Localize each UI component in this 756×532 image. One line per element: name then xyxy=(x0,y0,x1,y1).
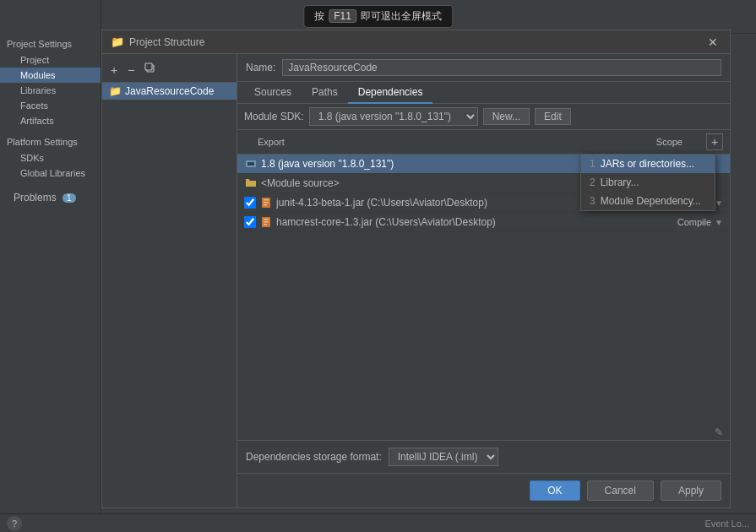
dialog-titlebar: 📁 Project Structure ✕ xyxy=(102,30,730,54)
help-button[interactable]: ? xyxy=(7,516,22,531)
jar-icon-hamcrest xyxy=(259,215,273,229)
dropdown-item-library[interactable]: 2 Library... xyxy=(581,173,715,192)
dropdown-item-jars[interactable]: 1 JARs or directories... xyxy=(581,155,715,173)
sidebar-item-facets-label: Facets xyxy=(20,100,48,111)
dialog-right-panel: Name: Sources Paths Dependencies Module … xyxy=(237,54,730,508)
copy-module-button[interactable] xyxy=(141,61,160,79)
tab-paths[interactable]: Paths xyxy=(302,82,348,104)
svg-rect-7 xyxy=(264,204,267,206)
svg-rect-10 xyxy=(264,221,269,223)
sidebar-item-modules-label: Modules xyxy=(20,70,56,80)
sidebar-item-modules[interactable]: Modules xyxy=(0,68,101,83)
sdk-select[interactable]: 1.8 (java version "1.8.0_131") xyxy=(309,107,478,126)
sidebar-item-problems[interactable]: Problems 1 xyxy=(0,189,101,206)
sidebar-item-artifacts-label: Artifacts xyxy=(20,116,54,126)
tab-paths-label: Paths xyxy=(312,86,338,98)
ok-button[interactable]: OK xyxy=(530,480,579,501)
sdk-edit-button[interactable]: Edit xyxy=(535,108,571,125)
sidebar-item-global-libraries[interactable]: Global Libraries xyxy=(0,166,101,181)
dep-scope-arrow-hamcrest[interactable]: ▼ xyxy=(715,218,723,227)
deps-header-scope: Scope xyxy=(639,137,706,147)
dropdown-item-jars-num: 1 xyxy=(590,158,596,170)
project-structure-dialog: 📁 Project Structure ✕ + − 📁 JavaResource… xyxy=(101,30,731,508)
ide-sidebar: Project Settings Project Modules Librari… xyxy=(0,0,101,532)
apply-button[interactable]: Apply xyxy=(661,480,721,501)
jar-icon-2 xyxy=(259,215,273,229)
tab-sources[interactable]: Sources xyxy=(244,82,302,104)
cancel-button[interactable]: Cancel xyxy=(587,480,654,501)
tab-sources-label: Sources xyxy=(254,86,291,98)
module-tree-label: JavaResourceCode xyxy=(125,85,214,97)
dropdown-item-library-num: 2 xyxy=(590,176,596,188)
deps-header-export: Export xyxy=(244,137,639,147)
event-log[interactable]: Event Lo... xyxy=(704,518,749,529)
sdk-icon xyxy=(244,157,258,171)
sdk-row-icon xyxy=(244,157,258,171)
name-input[interactable] xyxy=(282,59,721,76)
dropdown-item-module-dep[interactable]: 3 Module Dependency... xyxy=(581,192,715,210)
sdk-row: Module SDK: 1.8 (java version "1.8.0_131… xyxy=(244,107,571,126)
sidebar-item-sdks[interactable]: SDKs xyxy=(0,150,101,166)
module-source-icon xyxy=(244,176,258,190)
name-label: Name: xyxy=(246,62,275,73)
svg-rect-6 xyxy=(264,202,269,204)
dropdown-item-module-dep-label: Module Dependency... xyxy=(601,195,701,207)
dialog-footer: OK Cancel Apply xyxy=(237,473,730,508)
dialog-body: + − 📁 JavaResourceCode Name: xyxy=(102,54,730,508)
sidebar-item-project-label: Project xyxy=(20,55,49,65)
dep-row-hamcrest[interactable]: hamcrest-core-1.3.jar (C:\Users\Aviator\… xyxy=(237,213,730,232)
platform-settings-label: Platform Settings xyxy=(0,128,101,150)
dep-scope-hamcrest: Compile xyxy=(652,217,711,227)
tabs-bar: Sources Paths Dependencies xyxy=(237,82,730,104)
dep-checkbox-junit[interactable] xyxy=(244,197,256,209)
dep-scope-arrow-junit[interactable]: ▼ xyxy=(715,198,723,208)
tooltip-text1: 按 xyxy=(314,10,324,22)
sidebar-problems-label: Problems xyxy=(14,192,57,204)
svg-rect-1 xyxy=(145,63,152,70)
project-settings-label: Project Settings xyxy=(0,34,101,52)
dep-checkbox-hamcrest[interactable] xyxy=(244,216,256,228)
deps-header: Export Scope + xyxy=(237,130,730,155)
problems-badge: 1 xyxy=(63,193,76,203)
sidebar-item-project[interactable]: Project xyxy=(0,52,101,68)
add-dependency-button[interactable]: + xyxy=(706,133,723,150)
dialog-folder-icon: 📁 xyxy=(111,35,124,48)
copy-icon xyxy=(144,62,156,74)
dep-edit-row: ✎ xyxy=(237,425,730,440)
sdk-new-button[interactable]: New... xyxy=(483,108,530,125)
tab-dependencies-label: Dependencies xyxy=(358,86,423,98)
module-tree-item[interactable]: 📁 JavaResourceCode xyxy=(102,83,237,100)
sdk-label: Module SDK: xyxy=(244,111,304,122)
dropdown-item-module-dep-num: 3 xyxy=(590,195,596,207)
sidebar-item-sdks-label: SDKs xyxy=(20,153,44,163)
remove-module-button[interactable]: − xyxy=(124,62,138,79)
status-bar: ? Event Lo... xyxy=(0,513,756,532)
svg-rect-3 xyxy=(247,162,254,166)
folder-icon xyxy=(244,176,258,190)
dialog-close-button[interactable]: ✕ xyxy=(704,35,721,49)
dep-edit-icon[interactable]: ✎ xyxy=(715,426,723,438)
module-folder-icon: 📁 xyxy=(109,85,122,97)
dialog-tree-toolbar: + − xyxy=(102,57,237,83)
dialog-title-text: Project Structure xyxy=(129,36,204,48)
sidebar-item-libraries[interactable]: Libraries xyxy=(0,83,101,98)
tab-dependencies[interactable]: Dependencies xyxy=(348,82,433,104)
jar-icon xyxy=(259,196,273,209)
tooltip-key: F11 xyxy=(329,9,356,23)
svg-rect-11 xyxy=(264,224,267,225)
add-dependency-dropdown: 1 JARs or directories... 2 Library... 3 … xyxy=(580,154,715,211)
dep-name-hamcrest: hamcrest-core-1.3.jar (C:\Users\Aviator\… xyxy=(276,216,649,228)
storage-label: Dependencies storage format: xyxy=(246,451,382,463)
add-module-button[interactable]: + xyxy=(107,62,121,79)
storage-row: Dependencies storage format: IntelliJ ID… xyxy=(237,440,730,473)
sidebar-item-global-libraries-label: Global Libraries xyxy=(20,168,85,178)
sidebar-item-artifacts[interactable]: Artifacts xyxy=(0,113,101,128)
dropdown-item-library-label: Library... xyxy=(601,176,639,188)
dropdown-item-jars-label: JARs or directories... xyxy=(601,158,694,170)
sdk-toolbar: Module SDK: 1.8 (java version "1.8.0_131… xyxy=(237,104,730,130)
storage-select[interactable]: IntelliJ IDEA (.iml) xyxy=(389,448,498,466)
tooltip-bar: 按 F11 即可退出全屏模式 xyxy=(303,5,453,28)
name-bar: Name: xyxy=(237,54,730,82)
sidebar-item-facets[interactable]: Facets xyxy=(0,98,101,113)
svg-rect-5 xyxy=(264,199,269,201)
